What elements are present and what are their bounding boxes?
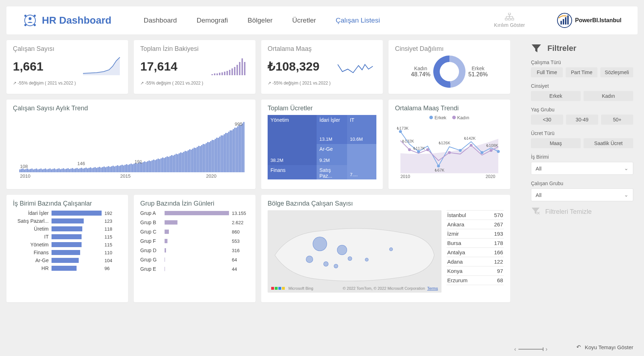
dept-row[interactable]: HR96 [13, 265, 119, 271]
dept-row[interactable]: İdari İşler192 [13, 210, 119, 216]
map-attribution: Microsoft Bing [271, 286, 313, 290]
chip-age-30-49[interactable]: 30-49 [566, 115, 598, 125]
treemap-cell-satis[interactable]: Satış Paz... [317, 165, 347, 179]
svg-rect-51 [54, 168, 55, 172]
dept-row[interactable]: Ar-Ge104 [13, 258, 119, 263]
region-row[interactable]: Ankara267 [447, 220, 504, 229]
svg-rect-32 [25, 169, 27, 172]
nav-bolgeler[interactable]: Bölgeler [248, 16, 273, 24]
svg-rect-71 [84, 168, 86, 172]
svg-rect-26 [241, 58, 243, 75]
group-row[interactable]: Grup C860 [140, 229, 249, 235]
group-value: 44 [232, 266, 237, 272]
gender-title: Cinsiyet Dağılımı [395, 45, 504, 53]
svg-rect-47 [48, 169, 49, 172]
svg-rect-170 [233, 129, 234, 172]
svg-rect-98 [125, 165, 126, 172]
treemap-cell-other[interactable]: 7.... [347, 144, 376, 179]
select-group-value: All [536, 192, 542, 198]
dept-row[interactable]: Finans110 [13, 250, 119, 255]
select-group[interactable]: All ⌄ [531, 188, 633, 201]
group-row[interactable]: Grup D316 [140, 247, 249, 253]
svg-point-0 [25, 15, 35, 26]
theme-toggle-button[interactable]: ↶ Koyu Temayı Göster [576, 344, 633, 350]
svg-rect-137 [183, 152, 185, 172]
dept-row[interactable]: Satış Pazarl...123 [13, 218, 119, 224]
chip-male[interactable]: Erkek [531, 91, 581, 101]
chip-female[interactable]: Kadın [584, 91, 633, 101]
chip-fulltime[interactable]: Full Time [531, 67, 563, 77]
group-leave-title: Grup Bazında İzin Günleri [140, 200, 249, 207]
treemap-cell-finans[interactable]: Finans [268, 165, 317, 179]
region-row[interactable]: İstanbul570 [447, 210, 504, 220]
group-row[interactable]: Grup F553 [140, 238, 249, 244]
svg-rect-88 [109, 167, 111, 172]
svg-rect-97 [123, 165, 125, 172]
svg-rect-159 [216, 138, 218, 172]
region-row[interactable]: Bursa178 [447, 239, 504, 248]
svg-rect-110 [142, 162, 144, 172]
group-name: Grup B [140, 220, 162, 225]
gender-male-label: Erkek 51.26% [468, 66, 488, 78]
svg-rect-138 [185, 151, 186, 172]
nav-ucretler[interactable]: Ücretler [292, 16, 316, 24]
nav-demografi[interactable]: Demografi [196, 16, 228, 24]
svg-rect-160 [218, 138, 219, 172]
nav-dashboard[interactable]: Dashboard [143, 16, 177, 24]
group-row[interactable]: Grup A13.155 [140, 210, 249, 216]
select-unit[interactable]: All ⌄ [531, 162, 633, 175]
chip-contract[interactable]: Sözleşmeli [600, 67, 633, 77]
region-map[interactable]: Microsoft Bing © 2022 TomTom, © 2022 Mic… [268, 210, 441, 293]
svg-rect-40 [37, 169, 39, 172]
svg-rect-173 [237, 126, 239, 172]
svg-rect-46 [47, 169, 48, 172]
region-row[interactable]: Erzurum68 [447, 276, 504, 285]
filter-unit-label: İş Birimi [531, 154, 633, 160]
map-terms-link[interactable]: Terms [427, 286, 438, 290]
group-row[interactable]: Grup B2.622 [140, 220, 249, 225]
group-value: 860 [232, 229, 240, 235]
svg-rect-171 [234, 128, 236, 172]
dept-bar-list[interactable]: İdari İşler192Satış Pazarl...123Üretim11… [13, 210, 122, 289]
treemap-cell-yonetim[interactable]: Yönetim38.2M [268, 115, 317, 165]
nav-calisan-listesi[interactable]: Çalışan Listesi [336, 16, 380, 24]
svg-rect-150 [203, 144, 204, 172]
chip-age-50plus[interactable]: 50+ [601, 115, 633, 125]
map-copyright: © 2022 TomTom, © 2022 Microsoft Corporat… [343, 286, 438, 290]
breakdown-button[interactable]: Kırılım Göster [494, 13, 525, 28]
svg-rect-37 [33, 169, 34, 172]
dept-row[interactable]: Yönetim115 [13, 242, 119, 247]
svg-rect-90 [112, 166, 114, 172]
group-row[interactable]: Grup G64 [140, 257, 249, 263]
gender-female-label: Kadın 48.74% [411, 66, 430, 78]
treemap-cell-arge[interactable]: Ar-Ge9.2M [317, 144, 347, 165]
kpi-employees-delta: ↗ -55% değişim ( 2021 vs.2022 ) [13, 81, 122, 86]
page-slider[interactable]: ‹ › [514, 346, 547, 352]
chip-age-under30[interactable]: <30 [531, 115, 563, 125]
treemap-cell-it[interactable]: IT10.6M [347, 115, 376, 144]
region-row[interactable]: İzmir193 [447, 229, 504, 239]
svg-rect-41 [39, 169, 40, 172]
svg-rect-36 [31, 169, 33, 172]
svg-rect-11 [563, 19, 564, 24]
chip-hourly[interactable]: Saatlik Ücret [584, 138, 633, 148]
svg-rect-152 [206, 143, 207, 172]
svg-rect-141 [189, 149, 191, 172]
dept-row[interactable]: IT115 [13, 234, 119, 240]
kpi-salary-card: Ortalama Maaş ₺108,329 ↗ -55% değişim ( … [261, 40, 383, 94]
svg-rect-151 [204, 144, 206, 172]
svg-rect-117 [153, 160, 155, 172]
svg-rect-148 [200, 146, 201, 172]
chip-parttime[interactable]: Part Time [566, 67, 597, 77]
svg-rect-114 [148, 160, 150, 172]
clear-filters-button[interactable]: Filtreleri Temizle [531, 207, 633, 217]
dept-row[interactable]: Üretim118 [13, 226, 119, 232]
region-row[interactable]: Konya97 [447, 266, 504, 276]
chip-salary[interactable]: Maaş [531, 138, 581, 148]
region-row[interactable]: Antalya166 [447, 248, 504, 257]
svg-rect-16 [216, 73, 218, 75]
kpi-salary-delta: ↗ -55% değişim ( 2021 vs.2022 ) [268, 81, 376, 86]
group-row[interactable]: Grup E44 [140, 266, 249, 272]
region-row[interactable]: Adana122 [447, 257, 504, 266]
treemap-cell-idari[interactable]: İdari İşler13.1M [317, 115, 347, 144]
